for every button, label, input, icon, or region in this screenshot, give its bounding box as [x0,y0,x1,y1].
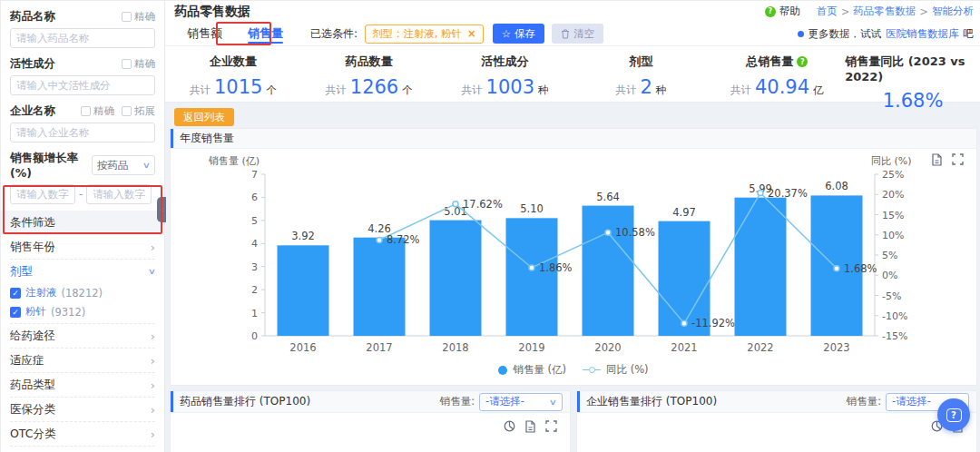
exact-checkbox[interactable]: 精确 [122,57,155,71]
stat-value: 1003 [486,76,534,98]
sidebar-item-otc-class[interactable]: OTC分类› [10,422,155,447]
volume-select-label: 销售量: [847,395,881,408]
more-data-prefix: 更多数据，试试 [808,27,882,41]
exact-checkbox-label: 精确 [134,57,155,71]
company-name-input[interactable] [10,123,155,142]
trash-icon [561,29,570,39]
exact-checkbox[interactable]: 精确 [81,104,114,118]
stat-drug-count: 药品数量 共计1266个 [301,46,437,102]
legend-line-icon [583,369,601,370]
company-ranking-panel: 企业销售量排行 (TOP100) 销售量: -请选择- ∨ [576,390,977,452]
app-root: 药品名称 精确 活性成分 精确 企业名称 精确 拓展 销售额增长率(%) 按药品… [0,0,980,452]
growth-max-input[interactable] [86,184,152,204]
breadcrumb-home[interactable]: 首页 [817,5,838,18]
help-link[interactable]: ? 帮助 [765,5,800,18]
breadcrumb-retail-data[interactable]: 药品零售数据 [853,5,916,18]
chevron-right-icon: › [151,403,155,417]
clear-button[interactable]: 清空 [552,24,603,44]
svg-text:1.86%: 1.86% [539,261,573,274]
svg-text:2018: 2018 [442,341,468,354]
chevron-right-icon: › [151,354,155,368]
fullscreen-icon[interactable] [545,420,557,432]
growth-rate-label: 销售额增长率(%) [10,151,92,180]
stat-label: 活性成分 [482,54,529,70]
pie-chart-icon[interactable] [504,420,515,432]
svg-text:5.10: 5.10 [520,202,544,215]
save-button[interactable]: ☆ 保存 [493,24,544,44]
sidebar-item-sales-year[interactable]: 销售年份 › [10,235,155,260]
filter-label: 医保分类 [10,402,55,418]
save-label: 保存 [514,27,535,41]
svg-text:-15%: -15% [882,330,907,342]
range-separator: - [79,188,83,201]
stat-value: 1.68% [883,90,944,112]
sidebar-item-dosage-form[interactable]: 剂型 ∨ [10,260,155,283]
svg-text:2017: 2017 [366,341,392,354]
stat-unit: 种 [656,84,667,97]
option-count: (18212) [62,287,103,300]
growth-min-input[interactable] [10,184,75,204]
chevron-down-icon: ∨ [148,267,156,276]
export-doc-icon[interactable] [524,420,536,433]
growth-dimension-select[interactable]: 按药品 ∨ [92,155,155,175]
info-dot-icon [798,31,804,37]
svg-text:2020: 2020 [594,341,621,354]
stat-unit: 亿 [813,84,824,97]
dosage-option-injection[interactable]: ✓ 注射液 (18212) [10,283,155,302]
condition-tag-text: 剂型 : 注射液, 粉针 [372,27,462,41]
chevron-down-icon: ∨ [142,161,151,170]
more-data-hint: 更多数据，试试 医院销售数据库 吧 [798,27,975,41]
page-title: 药品零售数据 [174,4,250,20]
svg-text:2021: 2021 [671,341,697,354]
volume-select[interactable]: -请选择- ∨ [479,393,563,411]
help-icon: ? [765,6,776,17]
sidebar-item-indication[interactable]: 适应症› [10,349,155,373]
hospital-db-link[interactable]: 医院销售数据库 [886,27,959,41]
stat-unit: 种 [538,84,549,97]
filter-label: 给药途径 [10,329,55,344]
chevron-right-icon: › [151,378,155,392]
tab-sales-value[interactable]: 销售额 [174,22,235,45]
stat-total-volume: 总销售量? 共计40.94亿 [709,46,845,102]
stat-prefix: 共计 [730,84,751,97]
stat-label: 企业数量 [210,54,257,70]
tag-close-icon[interactable]: × [467,27,476,40]
stat-value: 1266 [350,76,398,98]
exact-checkbox[interactable]: 精确 [122,10,155,24]
sidebar-collapse-handle[interactable]: ‹ [157,197,166,222]
svg-text:2023: 2023 [823,341,849,354]
svg-text:2016: 2016 [289,341,316,354]
chevron-right-icon: › [151,241,155,254]
more-data-suffix: 吧 [964,27,975,41]
sidebar-item-medical-insurance[interactable]: 医保分类› [10,398,155,422]
filter-section-title: 条件筛选 [1,211,164,235]
dosage-form-group: 剂型 ∨ ✓ 注射液 (18212) ✓ 粉针 (9312) [10,260,155,324]
stat-unit: 个 [402,84,413,97]
svg-text:0: 0 [251,330,258,342]
drug-name-input[interactable] [10,28,155,48]
svg-text:0%: 0% [882,270,897,281]
legend-item[interactable]: 销售量 (亿) [498,363,566,377]
stat-ingredient-count: 活性成分 共计1003种 [437,46,573,102]
checked-checkbox-icon: ✓ [10,288,21,299]
fullscreen-icon[interactable] [952,153,964,165]
export-doc-icon[interactable] [931,153,943,166]
legend-label: 同比 (%) [606,363,649,377]
legend-item[interactable]: 同比 (%) [583,363,649,377]
back-to-list-button[interactable]: 返回列表 [174,108,234,126]
tab-sales-volume[interactable]: 销售量 [235,22,296,45]
sidebar-item-essential-drug[interactable]: 基药品种› [10,447,155,452]
sidebar-item-admin-route[interactable]: 给药途径› [10,324,155,349]
chevron-right-icon: › [151,329,155,343]
info-icon[interactable]: ? [797,56,808,67]
svg-text:1.68%: 1.68% [844,262,877,275]
stat-prefix: 共计 [462,84,483,97]
feedback-help-button[interactable]: ? [937,398,970,431]
expand-checkbox[interactable]: 拓展 [122,104,155,118]
sidebar-item-drug-type[interactable]: 药品类型› [10,373,155,398]
annual-sales-chart: 01234567-15%-10%-5%0%5%10%15%20%25%20162… [174,154,973,363]
filter-label: 剂型 [10,264,33,280]
active-ingredient-input[interactable] [10,75,155,95]
dosage-option-powder[interactable]: ✓ 粉针 (9312) [10,302,155,321]
question-bubble-icon: ? [946,408,962,422]
